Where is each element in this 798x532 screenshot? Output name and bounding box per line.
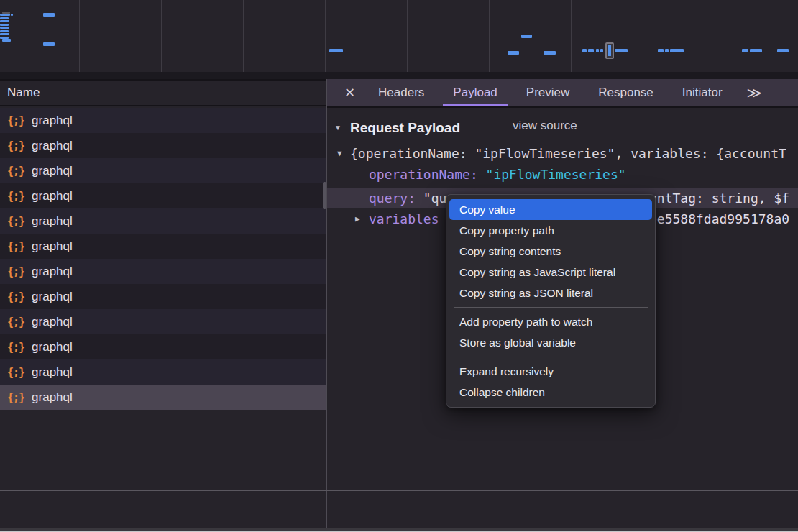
tab-response[interactable]: Response (588, 79, 664, 106)
request-timing-bar (0, 20, 9, 22)
request-row[interactable]: {;}graphql (0, 158, 326, 183)
request-row[interactable]: {;}graphql (0, 183, 326, 208)
selected-request-marker (605, 42, 614, 59)
active-tab-underline (443, 104, 507, 106)
request-row[interactable]: {;}graphql (0, 334, 326, 359)
menu-separator (454, 307, 648, 308)
json-request-icon: {;} (7, 391, 24, 404)
request-timing-bar (600, 49, 603, 52)
property-value-right-fragment: ee5588fdad995178a0 (649, 208, 789, 229)
request-row[interactable]: {;}graphql (0, 234, 326, 259)
request-row[interactable]: {;}graphql (0, 284, 326, 309)
timeline-gridline (407, 0, 408, 72)
close-icon[interactable]: ✕ (336, 79, 364, 106)
menu-item-collapse-children[interactable]: Collapse children (446, 382, 655, 403)
expand-triangle-icon[interactable]: ▼ (337, 143, 342, 164)
panel-splitter[interactable] (326, 79, 327, 532)
json-request-icon: {;} (7, 341, 24, 354)
request-timing-bar (777, 49, 789, 52)
timeline-gridline (653, 0, 653, 72)
tab-label: Initiator (682, 86, 723, 100)
menu-item-store-as-global-variable[interactable]: Store as global variable (446, 332, 655, 353)
tab-preview[interactable]: Preview (516, 79, 579, 106)
timeline-gridline (735, 0, 735, 72)
request-timing-bar (670, 49, 684, 52)
request-row[interactable]: {;}graphql (0, 208, 326, 234)
request-timing-bar (665, 49, 669, 52)
request-timing-bar (615, 49, 628, 52)
json-request-icon: {;} (7, 265, 24, 278)
name-column-label: Name (7, 86, 40, 100)
tab-label: Response (598, 86, 653, 100)
menu-item-copy-string-as-json-literal[interactable]: Copy string as JSON literal (446, 283, 655, 303)
request-timing-bar (43, 13, 55, 17)
view-source-link[interactable]: view source (513, 119, 577, 133)
collapse-triangle-icon[interactable]: ▼ (334, 124, 341, 132)
tab-label: Preview (526, 86, 569, 100)
request-timing-bar (0, 14, 10, 16)
menu-item-copy-string-contents[interactable]: Copy string contents (446, 241, 655, 262)
menu-item-add-property-path-to-watch[interactable]: Add property path to watch (446, 311, 655, 332)
menu-item-copy-string-as-javascript-literal[interactable]: Copy string as JavaScript literal (446, 262, 655, 283)
request-timing-bar (43, 42, 55, 46)
property-key: operationName: (369, 167, 478, 182)
request-name-label: graphql (32, 164, 73, 178)
json-request-icon: {;} (7, 190, 24, 203)
request-name-label: graphql (32, 265, 73, 279)
request-row[interactable]: {;}graphql (0, 259, 326, 284)
request-timing-bar (0, 24, 9, 26)
network-overview-timeline[interactable] (0, 0, 798, 72)
request-row[interactable]: {;}graphql (0, 309, 326, 334)
request-timing-bar (588, 49, 594, 52)
json-request-icon: {;} (7, 114, 24, 127)
timeline-gridline (79, 0, 80, 72)
request-name-label: graphql (32, 239, 73, 254)
menu-item-expand-recursively[interactable]: Expand recursively (446, 361, 655, 382)
timeline-gridline (161, 0, 162, 72)
request-name-label: graphql (32, 290, 73, 304)
menu-item-copy-value[interactable]: Copy value (449, 199, 652, 220)
request-timing-bar (0, 30, 9, 32)
json-request-icon: {;} (7, 139, 24, 152)
request-timing-bar (0, 33, 9, 35)
request-timing-bar (329, 49, 343, 52)
tab-payload[interactable]: Payload (443, 79, 507, 106)
context-menu: Copy valueCopy property pathCopy string … (446, 194, 656, 408)
name-column-header[interactable]: Name (0, 79, 326, 106)
property-key: variables (369, 208, 439, 229)
request-list: {;}graphql{;}graphql{;}graphql{;}graphql… (0, 108, 326, 410)
request-name-label: graphql (32, 365, 73, 380)
request-timing-bar (2, 39, 11, 42)
request-timing-bar (508, 51, 519, 55)
tab-headers[interactable]: Headers (368, 79, 434, 106)
request-row[interactable]: {;}graphql (0, 133, 326, 158)
menu-separator (454, 357, 648, 357)
timeline-divider-line (0, 17, 798, 17)
request-name-label: graphql (32, 315, 73, 329)
request-row[interactable]: {;}graphql (0, 385, 326, 410)
request-name-label: graphql (32, 189, 73, 203)
property-value: "ipFlowTimeseries" (486, 167, 626, 182)
request-name-label: graphql (32, 139, 73, 153)
request-payload-section[interactable]: ▼ Request Payload (334, 117, 460, 138)
more-tabs-chevron-icon[interactable]: ≫ (740, 79, 770, 106)
tab-initiator[interactable]: Initiator (672, 79, 733, 106)
request-name-label: graphql (32, 390, 73, 405)
menu-item-copy-property-path[interactable]: Copy property path (446, 220, 655, 241)
payload-root-row[interactable]: ▼ {operationName: "ipFlowTimeseries", va… (327, 143, 798, 164)
tab-label: Headers (378, 86, 424, 100)
request-row[interactable]: {;}graphql (0, 359, 326, 385)
operation-name-row[interactable]: operationName: "ipFlowTimeseries" (327, 164, 798, 185)
detail-tab-bar: ✕HeadersPayloadPreviewResponseInitiator≫ (327, 79, 798, 108)
root-object-preview: {operationName: "ipFlowTimeseries", vari… (350, 143, 786, 164)
devtools-network-panel: Name {;}graphql{;}graphql{;}graphql{;}gr… (0, 0, 798, 532)
json-request-icon: {;} (7, 316, 24, 329)
request-row[interactable]: {;}graphql (0, 108, 326, 133)
section-title: Request Payload (350, 120, 460, 136)
property-value-left-fragment: "qu (416, 191, 446, 206)
request-timing-bar (596, 49, 599, 52)
property-value-right-fragment: untTag: string, $f (649, 188, 789, 208)
request-timing-bar (742, 49, 748, 52)
expand-triangle-icon[interactable]: ▶ (355, 208, 360, 229)
request-timing-bar (750, 49, 762, 52)
